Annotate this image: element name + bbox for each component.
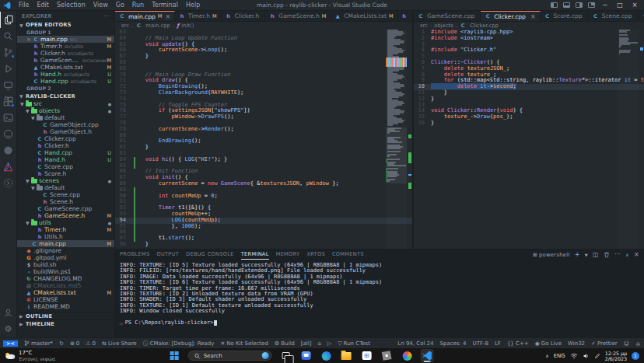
tab-GameScene.h[interactable]: hGameScene.hM	[265, 11, 331, 21]
tab-Timer.h[interactable]: hTimer.hM	[175, 11, 222, 21]
tray-clock[interactable]: 12:25 μμ 2/6/2023	[605, 351, 627, 361]
tab-Score.cpp[interactable]: CScore.cpp	[541, 11, 589, 21]
status-launch-target[interactable]: ▷	[324, 338, 334, 349]
status-indentation[interactable]: Spaces: 4	[437, 338, 470, 349]
tree-item-utils[interactable]: ▼utils●	[17, 219, 114, 226]
status-debug-target[interactable]: ⌂	[314, 338, 324, 349]
tree-item-objects[interactable]: ▼objects●	[17, 107, 114, 114]
taskbar-app-start[interactable]	[168, 349, 181, 362]
tab-Scene.cpp[interactable]: CScene.cpp	[589, 11, 639, 21]
status-build-target[interactable]: [all]	[298, 338, 315, 349]
activity-live-share-icon[interactable]	[0, 175, 17, 191]
activity-docker-icon[interactable]	[0, 142, 17, 159]
new-terminal-icon[interactable]: +	[575, 251, 580, 258]
tab-main.cpp[interactable]: Cmain.cppM×	[115, 11, 175, 21]
outline-header[interactable]: ▶ OUTLINE	[17, 312, 114, 319]
status-language-mode[interactable]: {} C++	[504, 338, 532, 349]
toggle-panel-icon[interactable]	[563, 2, 570, 8]
menu-file[interactable]: File	[15, 2, 33, 9]
terminal-shell-select[interactable]: ⊞powershell	[533, 252, 570, 258]
status-cmake-kit[interactable]: ✕No Kit Selected	[217, 338, 271, 349]
activity-explorer-icon[interactable]	[0, 12, 17, 28]
menu-view[interactable]: View	[89, 2, 112, 9]
close-panel-icon[interactable]: ×	[634, 251, 639, 258]
tree-item-CHANGELOG.MD[interactable]: ↻CHANGELOG.MD	[17, 275, 114, 282]
close-icon[interactable]: ×	[26, 37, 33, 43]
tree-item-Hand.h[interactable]: hHand.hU	[17, 156, 114, 163]
tree-item-default[interactable]: ▼default	[17, 184, 114, 191]
open-editor-Timer.h[interactable]: hTimer.hsrc\utilsM	[17, 43, 114, 50]
tree-item-Score.cpp[interactable]: CScore.cpp	[17, 163, 114, 170]
activity-accounts-icon[interactable]	[0, 305, 17, 321]
status-live-share[interactable]: ⇆Live Share	[99, 338, 140, 349]
taskbar-app-roblox[interactable]	[380, 349, 394, 362]
breadcrumb[interactable]: src›Cmain.cpp›ƒinit()	[115, 22, 412, 30]
status-problems-warnings[interactable]: ⚠0	[82, 338, 99, 349]
tree-item-Utils.h[interactable]: hUtils.h	[17, 233, 114, 240]
tree-item-scenes[interactable]: ▼scenes●	[17, 177, 114, 184]
status-platform[interactable]: Win32	[565, 338, 588, 349]
minimap[interactable]	[618, 30, 639, 249]
terminal-prompt[interactable]: ○PS C:\Repos\raylib-clicker>	[120, 320, 644, 326]
open-editor-Hand.h[interactable]: hHand.hsrc\objectsU	[17, 71, 114, 78]
notification-badge[interactable]: 1	[632, 352, 639, 360]
tree-item-Timer.h[interactable]: hTimer.hM	[17, 226, 114, 233]
taskbar-app-vscode[interactable]	[421, 349, 434, 362]
open-editor-Hand.cpp[interactable]: CHand.cppsrc\objectsU	[17, 78, 114, 85]
tree-item-README.MD[interactable]: ℹREADME.MD	[17, 303, 114, 310]
tab-partial[interactable]: h	[398, 11, 412, 21]
terminal-dropdown-icon[interactable]: ▼	[585, 253, 588, 257]
weather-widget[interactable]: 17°C Έντονες νεφώσ.	[0, 351, 156, 361]
activity-extensions-icon[interactable]	[0, 93, 17, 110]
close-button[interactable]: ×	[630, 2, 639, 9]
taskbar-search[interactable]: Search	[188, 351, 272, 361]
taskbar-app-chat[interactable]	[299, 349, 313, 362]
maximize-panel-icon[interactable]: ∧	[625, 252, 629, 257]
tree-item-main.cpp[interactable]: Cmain.cppM	[17, 240, 114, 247]
panel-tab-xrtos[interactable]: XRTOS	[306, 250, 325, 260]
views-more-icon[interactable]: ···	[103, 13, 110, 19]
tree-item-.gitignore[interactable]: ◆.gitignore	[17, 247, 114, 254]
activity-remote-explorer-icon[interactable]	[0, 77, 17, 93]
tree-item-Clicker.h[interactable]: hClicker.h	[17, 142, 114, 149]
tree-item-Clicker.cpp[interactable]: CClicker.cpp	[17, 135, 114, 142]
status-prettier[interactable]: ✓Prettier	[588, 338, 621, 349]
menu-help[interactable]: Help	[182, 2, 204, 9]
activity-cmake-icon[interactable]	[0, 159, 17, 175]
tree-item-GameObject.h[interactable]: hGameObject.h	[17, 128, 114, 135]
workspace-root-header[interactable]: ▼ RAYLIB-CLICKER	[17, 92, 114, 100]
status-go-live[interactable]: ◉Go Live	[532, 338, 565, 349]
panel-tab-memory[interactable]: MEMORY	[276, 250, 300, 260]
tree-item-Score.h[interactable]: hScore.h	[17, 170, 114, 177]
tree-item-Hand.cpp[interactable]: CHand.cppU	[17, 149, 114, 156]
panel-tab-debug-console[interactable]: DEBUG CONSOLE	[186, 250, 234, 260]
tab-GameScene.cpp[interactable]: CGameScene.cpp	[414, 11, 481, 21]
status-problems-errors[interactable]: ⊗0	[67, 338, 82, 349]
maximize-button[interactable]: □	[615, 2, 625, 9]
minimap[interactable]	[386, 30, 407, 249]
taskbar-app-task-view[interactable]	[279, 349, 292, 362]
tab-CMakeLists.txt[interactable]: ▲CMakeLists.txtM	[331, 11, 397, 21]
open-editors-header[interactable]: ▼ OPEN EDITORS	[17, 21, 114, 29]
taskbar-app-edge[interactable]	[320, 349, 333, 362]
pen-icon[interactable]	[594, 353, 600, 359]
menu-run[interactable]: Run	[128, 2, 148, 9]
timeline-header[interactable]: ▶ TIMELINE	[17, 319, 114, 327]
tray-expand-icon[interactable]: ∧	[545, 353, 548, 358]
tray-language[interactable]: ENG	[554, 353, 565, 359]
volume-icon[interactable]	[583, 353, 590, 359]
status-feedback[interactable]: ☺	[621, 338, 632, 349]
tree-item-Scene.h[interactable]: hScene.h	[17, 198, 114, 205]
code-editor[interactable]: 1#include <raylib-cpp.hpp>2#include <ios…	[414, 30, 644, 249]
status-remote-indicator[interactable]: ><	[0, 338, 21, 349]
close-icon[interactable]: ×	[165, 13, 170, 20]
activity-terminal-icon[interactable]	[0, 110, 17, 126]
open-editor-Clicker.h[interactable]: hClicker.hsrc\objects	[17, 50, 114, 57]
taskbar-app-file-explorer[interactable]	[340, 349, 353, 362]
tree-item-.gitpod.yml[interactable]: G.gitpod.yml	[17, 254, 114, 261]
menu-go[interactable]: Go	[112, 2, 128, 9]
tree-item-GameScene.cpp[interactable]: CGameScene.cpp	[17, 205, 114, 212]
breadcrumb[interactable]: src›objects›CClicker.cpp	[414, 22, 644, 30]
status-cmake-status[interactable]: ⓘCMake: [Debug]: Ready	[140, 338, 218, 349]
activity-settings-icon[interactable]: ⚙	[0, 321, 17, 337]
